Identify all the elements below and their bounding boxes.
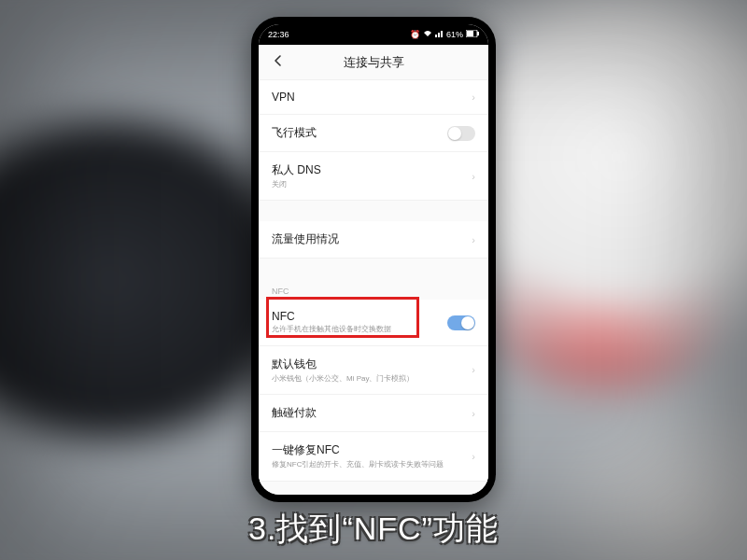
chevron-right-icon: › (472, 451, 475, 462)
row-label: 飞行模式 (272, 125, 447, 141)
svg-rect-0 (435, 35, 437, 37)
airplane-toggle[interactable] (447, 126, 475, 141)
row-vpn[interactable]: VPN › (259, 80, 488, 115)
row-label: 流量使用情况 (272, 231, 466, 247)
row-label: 默认钱包 (272, 357, 466, 372)
phone-screen: 22:36 ⏰ 61% 连接与共享 (259, 24, 488, 495)
section-gap (259, 201, 488, 221)
row-label: 触碰付款 (272, 405, 466, 421)
row-sub: 关闭 (272, 180, 466, 189)
svg-rect-2 (441, 31, 443, 37)
chevron-right-icon: › (472, 234, 475, 245)
row-label: NFC (272, 310, 447, 323)
section-header-nfc: NFC (259, 279, 488, 300)
tutorial-caption: 3.找到“NFC”功能 (0, 508, 747, 551)
chevron-right-icon: › (472, 408, 475, 419)
row-label: 一键修复NFC (272, 442, 466, 458)
row-nfc[interactable]: NFC 允许手机在接触其他设备时交换数据 (259, 300, 488, 345)
svg-rect-5 (477, 32, 479, 35)
row-airplane[interactable]: 飞行模式 (259, 115, 488, 152)
wifi-icon (423, 30, 432, 39)
alarm-icon: ⏰ (410, 30, 420, 39)
row-sub: 小米钱包（小米公交、Mi Pay、门卡模拟） (272, 374, 466, 384)
chevron-right-icon: › (472, 91, 475, 103)
status-right: ⏰ 61% (410, 30, 479, 39)
titlebar: 连接与共享 (259, 45, 488, 80)
arrow-left-icon (272, 54, 285, 67)
battery-text: 61% (446, 30, 463, 39)
chevron-right-icon: › (472, 364, 475, 375)
svg-rect-4 (467, 31, 473, 36)
row-label: VPN (272, 91, 466, 104)
settings-list[interactable]: VPN › 飞行模式 私人 DNS 关闭 › 流量使用情况 › NFC (259, 80, 488, 495)
page-title: 连接与共享 (259, 54, 488, 71)
status-time: 22:36 (268, 30, 289, 39)
chevron-right-icon: › (472, 171, 475, 182)
row-private-dns[interactable]: 私人 DNS 关闭 › (259, 152, 488, 201)
row-sub: 修复NFC引起的开卡、充值、刷卡或读卡失败等问题 (272, 460, 466, 469)
section-gap (259, 259, 488, 279)
row-data-usage[interactable]: 流量使用情况 › (259, 221, 488, 259)
battery-icon (466, 30, 479, 39)
signal-icon (435, 30, 444, 39)
nfc-toggle[interactable] (447, 315, 475, 330)
back-button[interactable] (268, 50, 289, 75)
svg-rect-1 (438, 33, 440, 37)
phone-notch (345, 24, 402, 37)
row-repair-nfc[interactable]: 一键修复NFC 修复NFC引起的开卡、充值、刷卡或读卡失败等问题 › (259, 432, 488, 481)
row-tap-pay[interactable]: 触碰付款 › (259, 395, 488, 432)
phone-frame: 22:36 ⏰ 61% 连接与共享 (251, 17, 496, 502)
row-default-wallet[interactable]: 默认钱包 小米钱包（小米公交、Mi Pay、门卡模拟） › (259, 346, 488, 395)
row-sub: 允许手机在接触其他设备时交换数据 (272, 325, 447, 334)
row-label: 私人 DNS (272, 162, 466, 178)
